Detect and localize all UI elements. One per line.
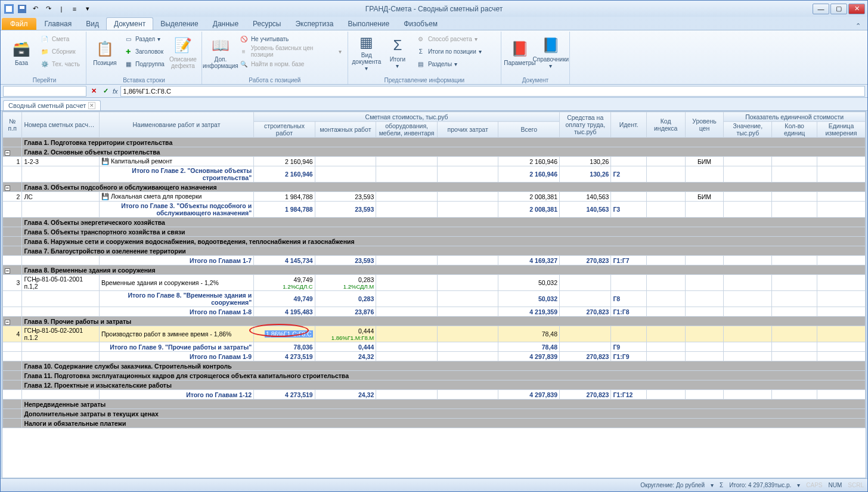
sbornik-button[interactable]: 📁Сборник (38, 45, 82, 57)
collapse-icon[interactable]: − (5, 268, 10, 274)
dopinfo-button[interactable]: 📖Доп. информация (206, 33, 235, 72)
chapter-row: Глава 4. Объекты энергетического хозяйст… (3, 218, 866, 227)
tab-view[interactable]: Вид (79, 18, 106, 30)
norm-button[interactable]: 🔍Найти в норм. базе (237, 58, 344, 70)
database-icon: 🗃️ (12, 39, 31, 58)
th-kol[interactable]: Кол-во единиц (772, 122, 817, 138)
accept-formula-icon[interactable]: ✓ (101, 86, 110, 96)
total-row: Итого по Главам 1-94 273,51924,324 297,8… (3, 352, 866, 361)
gear-icon: ⚙️ (40, 59, 49, 69)
th-zn[interactable]: Значение, тыс.руб (724, 122, 772, 138)
cancel-formula-icon[interactable]: ✕ (89, 86, 98, 96)
chapter-row: Дополнительные затраты в текущих ценах (3, 409, 866, 419)
formula-input[interactable] (120, 86, 865, 97)
name-box[interactable] (3, 86, 86, 97)
status-rounding[interactable]: Округление: До рублей (640, 482, 705, 488)
th-proch[interactable]: прочих затрат (437, 122, 498, 138)
status-caps: CAPS (806, 482, 822, 488)
th-vsego[interactable]: Всего (498, 122, 560, 138)
defect-button[interactable]: 📝Описание дефекта (168, 33, 198, 72)
qat-save-icon[interactable] (16, 3, 28, 15)
group-position-label: Работа с позицией (206, 76, 344, 84)
chapter-row: Глава 12. Проектные и изыскательские раб… (3, 380, 866, 390)
tab-selection[interactable]: Выделение (153, 18, 206, 30)
th-nom[interactable]: Номера сметных расчетов и смет (22, 112, 100, 138)
tab-document[interactable]: Документ (106, 17, 153, 30)
th-obor[interactable]: оборудования, мебели, инвентаря (376, 122, 438, 138)
collapse-icon[interactable]: − (5, 185, 10, 191)
level-icon: ≡ (239, 47, 249, 56)
help-icon[interactable]: ⌃ (855, 21, 865, 30)
tab-volume[interactable]: Физобъем (396, 18, 445, 30)
position-button[interactable]: 📋Позиция (90, 33, 120, 72)
qat-redo-icon[interactable]: ↷ (42, 3, 54, 15)
th-np[interactable]: № п.п (3, 112, 22, 138)
params-icon: 📕 (510, 39, 529, 58)
total-row: Итого по Главам 1-84 195,48323,8764 219,… (3, 307, 866, 317)
grid[interactable]: № п.п Номера сметных расчетов и смет Наи… (2, 111, 866, 478)
disk-icon: 💾 (101, 193, 109, 200)
qat-undo-icon[interactable]: ↶ (29, 3, 41, 15)
qat-dropdown-icon[interactable]: ▾ (82, 3, 94, 15)
podgruppa-button[interactable]: ▦Подгруппа (121, 58, 167, 70)
zagolovok-button[interactable]: ✚Заголовок (121, 45, 167, 57)
th-smst[interactable]: Сметная стоимость, тыс.руб (254, 112, 560, 122)
group-insert-label: Вставка строки (90, 76, 198, 84)
itogi-button[interactable]: ΣИтоги▾ (383, 33, 413, 72)
baza-button[interactable]: 🗃️База (7, 33, 36, 72)
close-button[interactable]: ✕ (848, 4, 865, 14)
smeta-button[interactable]: 📄Смета (38, 33, 82, 45)
disk-icon: 💾 (101, 157, 109, 165)
th-ur[interactable]: Уровень цен (685, 112, 724, 138)
group-goto-label: Перейти (7, 76, 82, 84)
viddoc-button[interactable]: ▦Вид документа▾ (352, 33, 382, 72)
qat-tool1-icon[interactable]: ≡ (69, 3, 80, 15)
highlighted-cell: 1,86%Г1.С:Г8.С (265, 330, 313, 338)
th-mont[interactable]: монтажных работ (315, 122, 376, 138)
tab-resources[interactable]: Ресурсы (246, 18, 288, 30)
maximize-button[interactable]: ▢ (830, 4, 847, 14)
chapter-row: Глава 10. Содержание службы заказчика. С… (3, 361, 866, 371)
document-tabs: Сводный сметный расчет ✕ (1, 98, 867, 111)
th-stroi[interactable]: строительных работ (254, 122, 315, 138)
minimize-button[interactable]: — (813, 4, 829, 14)
collapse-icon[interactable]: − (5, 320, 10, 325)
neuchit-button[interactable]: 🚫Не учитывать (237, 33, 344, 45)
chapter-row: Глава 5. Объекты транспортного хозяйства… (3, 227, 866, 237)
svg-rect-3 (20, 6, 24, 9)
grid-icon: ▦ (357, 34, 376, 51)
exclude-icon: 🚫 (239, 34, 249, 44)
close-doc-icon[interactable]: ✕ (88, 102, 95, 109)
itogipos-button[interactable]: ΣИтоги по позиции ▾ (414, 45, 497, 57)
th-kod[interactable]: Код индекса (646, 112, 685, 138)
folder-icon: 📁 (40, 47, 49, 56)
th-ed[interactable]: Единица измерения (817, 122, 865, 138)
razdel-button[interactable]: ▭Раздел ▾ (121, 33, 167, 45)
sigma-small-icon: Σ (416, 47, 426, 56)
th-sred[interactable]: Средства на оплату труда, тыс.руб (560, 112, 611, 138)
book-icon: 📘 (541, 36, 560, 55)
razdely-button[interactable]: ▤Разделы ▾ (414, 58, 497, 70)
file-tab[interactable]: Файл (2, 18, 36, 30)
th-naim[interactable]: Наименование работ и затрат (99, 112, 253, 138)
formula-bar: ✕ ✓ fx (1, 85, 867, 98)
tab-expertise[interactable]: Экспертиза (288, 18, 340, 30)
tab-main[interactable]: Главная (38, 18, 79, 30)
collapse-icon[interactable]: − (5, 150, 10, 156)
chapter-row: −Глава 3. Объекты подсобного и обслужива… (3, 182, 866, 192)
th-ident[interactable]: Идент. (611, 112, 646, 138)
th-pok[interactable]: Показатель единичной стоимости (724, 112, 866, 122)
group-doc-label: Документ (505, 76, 566, 84)
chapter-row: −Глава 9. Прочие работы и затраты (3, 317, 866, 326)
sprav-button[interactable]: 📘Справочники▾ (536, 33, 566, 72)
calc-icon: ⚙ (416, 34, 426, 44)
tab-execution[interactable]: Выполнение (340, 18, 396, 30)
tech-button[interactable]: ⚙️Тех. часть (38, 58, 82, 70)
uroven-button[interactable]: ≡Уровень базисных цен позиции ▾ (237, 45, 344, 57)
sposob-button[interactable]: ⚙Способ расчета ▾ (414, 33, 497, 45)
qat-app-icon[interactable] (3, 3, 15, 15)
doc-tab-summary[interactable]: Сводный сметный расчет ✕ (3, 100, 101, 110)
tab-data[interactable]: Данные (206, 18, 246, 30)
params-button[interactable]: 📕Параметры (505, 33, 535, 72)
defect-icon: 📝 (173, 36, 193, 55)
